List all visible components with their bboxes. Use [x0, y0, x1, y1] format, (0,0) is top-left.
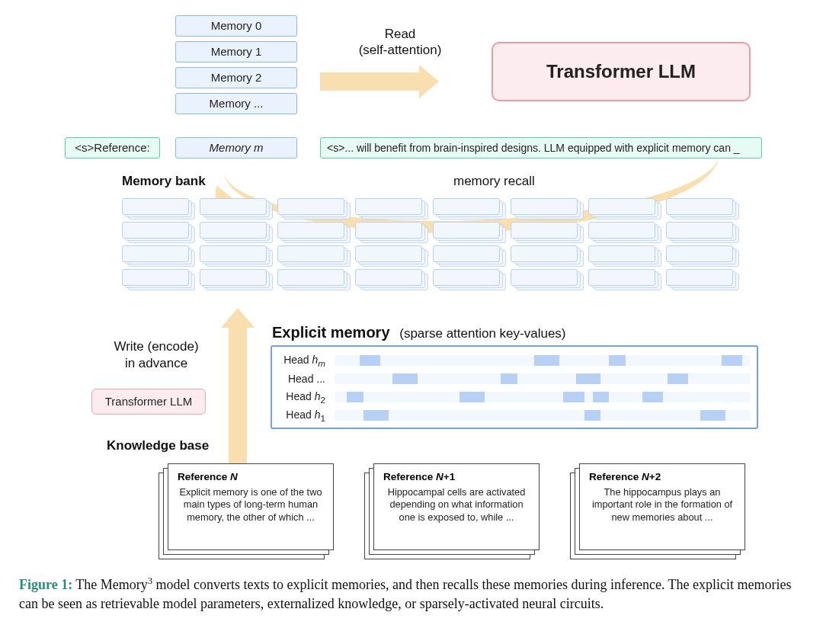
kv-block: [668, 373, 688, 384]
memory-slot: Memory ...: [175, 93, 297, 114]
memory-bank-card: [200, 245, 267, 262]
memory-slot: Memory 0: [175, 15, 297, 37]
reference-title: Reference N+1: [383, 470, 530, 484]
head-track: [335, 410, 751, 421]
kv-block: [534, 355, 559, 366]
reference-card: Reference NExplicit memory is one of the…: [168, 463, 341, 555]
kv-block: [584, 410, 601, 421]
kv-block: [360, 355, 380, 366]
memory-bank-grid: [122, 198, 754, 297]
memory-bank-card: [277, 222, 344, 239]
reference-card: Reference N+2The hippocampus plays an im…: [579, 463, 753, 555]
memory-bank-card: [277, 269, 344, 286]
kv-block: [501, 373, 517, 384]
kv-block: [722, 355, 742, 366]
sparse-kv-label: (sparse attention key-values): [399, 326, 565, 341]
kv-block: [460, 392, 485, 402]
reference-token: <s>Reference:: [65, 137, 160, 159]
read-arrow-icon: [320, 72, 419, 91]
memory-bank-card: [588, 222, 655, 239]
memory-bank-card: [122, 269, 189, 286]
memory-bank-card: [122, 198, 189, 215]
memory-bank-card: [277, 198, 344, 215]
kv-block: [642, 392, 663, 402]
head-label: Head h1: [278, 409, 330, 423]
memory-bank-card: [433, 269, 500, 286]
memory-bank-card: [666, 245, 733, 262]
attention-head-row: Head h2: [278, 388, 751, 406]
memory-bank-card: [355, 222, 422, 239]
kv-block: [563, 392, 584, 402]
explicit-memory-box: Head hmHead ...Head h2Head h1: [271, 345, 758, 429]
memory-bank-card: [588, 269, 655, 286]
attention-head-row: Head hm: [278, 351, 751, 370]
transformer-llm-small-box: Transformer LLM: [91, 389, 206, 415]
reference-body: Explicit memory is one of the two main t…: [178, 486, 324, 524]
memory-bank-card: [355, 245, 422, 262]
self-attention-label: (self-attention): [339, 43, 461, 58]
memory-bank-card: [511, 222, 578, 239]
kv-block: [609, 355, 626, 366]
memory-bank-card: [122, 245, 189, 262]
memory-bank-card: [277, 245, 344, 262]
architecture-figure: Memory 0 Memory 1 Memory 2 Memory ... Me…: [19, 8, 804, 572]
kv-block: [700, 410, 725, 421]
reference-title: Reference N: [178, 470, 324, 484]
memory-slot: Memory 1: [175, 41, 297, 62]
figure-number: Figure 1:: [19, 577, 72, 592]
head-track: [335, 392, 751, 402]
transformer-llm-box: Transformer LLM: [492, 42, 751, 101]
memory-bank-card: [666, 198, 733, 215]
memory-bank-card: [355, 269, 422, 286]
head-track: [335, 355, 751, 366]
memory-bank-card: [588, 245, 655, 262]
write-label: Write (encode): [95, 339, 217, 354]
reference-body: The hippocampus plays an important role …: [589, 486, 735, 524]
reference-title: Reference N+2: [589, 470, 735, 484]
attention-head-row: Head ...: [278, 370, 751, 388]
memory-bank-card: [511, 198, 578, 215]
memory-bank-card: [200, 222, 267, 239]
memory-bank-card: [200, 198, 267, 215]
reference-card: Reference N+1Hippocampal cells are activ…: [373, 463, 547, 555]
memory-bank-card: [122, 222, 189, 239]
write-arrow-icon: [229, 328, 247, 465]
memory-bank-card: [433, 198, 500, 215]
memory-recall-label: memory recall: [453, 174, 535, 189]
memory-bank-card: [511, 245, 578, 262]
memory-bank-label: Memory bank: [122, 174, 206, 189]
memory-slot: Memory 2: [175, 67, 297, 88]
memory-bank-card: [511, 269, 578, 286]
read-label: Read: [354, 27, 446, 42]
kv-block: [363, 410, 389, 421]
memory-bank-card: [355, 198, 422, 215]
kv-block: [392, 373, 418, 384]
memory-bank-card: [588, 198, 655, 215]
memory-bank-card: [200, 269, 267, 286]
reference-body: Hippocampal cells are activated dependin…: [383, 486, 530, 524]
kv-block: [593, 392, 610, 402]
knowledge-base-label: Knowledge base: [107, 438, 209, 453]
kv-block: [576, 373, 601, 384]
attention-head-row: Head h1: [278, 406, 751, 425]
figure-caption: Figure 1: The Memory3 model converts tex…: [19, 575, 804, 614]
memory-bank-card: [666, 269, 733, 286]
in-advance-label: in advance: [95, 356, 217, 371]
memory-bank-card: [433, 222, 500, 239]
head-label: Head ...: [278, 373, 330, 385]
memory-bank-card: [433, 245, 500, 262]
head-label: Head hm: [278, 354, 330, 368]
kv-block: [347, 392, 363, 402]
head-track: [335, 373, 751, 384]
head-label: Head h2: [278, 390, 330, 405]
memory-bank-card: [666, 222, 733, 239]
explicit-memory-label: Explicit memory: [272, 324, 390, 341]
